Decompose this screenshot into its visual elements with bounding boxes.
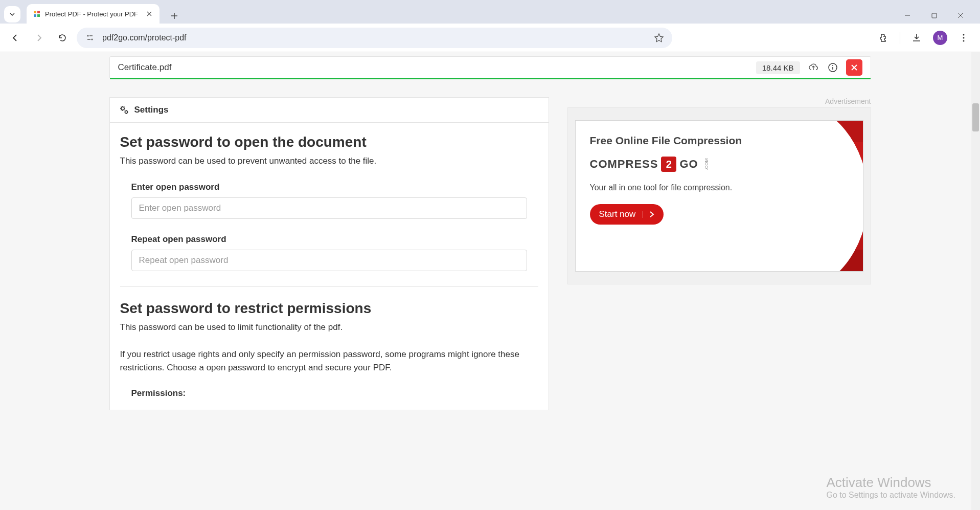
url-text: pdf2go.com/protect-pdf — [102, 33, 647, 42]
svg-point-6 — [87, 35, 89, 36]
save-to-cloud-button[interactable] — [807, 61, 819, 74]
download-icon — [911, 33, 922, 43]
info-icon — [828, 62, 838, 73]
svg-rect-5 — [932, 13, 937, 18]
profile-avatar[interactable]: M — [933, 31, 947, 45]
forward-button[interactable] — [30, 29, 48, 47]
uploaded-file-bar: Certificate.pdf 18.44 KB — [109, 56, 871, 79]
arrow-left-icon — [11, 33, 20, 42]
advertisement-banner[interactable]: Free Online File Compression COMPRESS 2 … — [575, 120, 863, 272]
url-bar[interactable]: pdf2go.com/protect-pdf — [77, 28, 672, 48]
watermark-title: Activate Windows — [826, 475, 955, 491]
site-settings-icon[interactable] — [85, 33, 95, 43]
ad-logo-part1: COMPRESS — [590, 158, 658, 171]
browser-chrome: Protect PDF - Protect your PDF pdf2go.co… — [0, 0, 980, 52]
maximize-button[interactable] — [923, 7, 945, 24]
ad-subtitle: Your all in one tool for file compressio… — [590, 182, 849, 193]
star-icon — [654, 33, 664, 43]
open-password-desc: This password can be used to prevent unw… — [120, 154, 538, 168]
delete-file-button[interactable] — [846, 59, 862, 76]
bookmark-button[interactable] — [654, 33, 664, 43]
tab-title: Protect PDF - Protect your PDF — [45, 10, 141, 18]
cloud-upload-icon — [808, 62, 818, 73]
plus-icon — [171, 12, 178, 19]
reload-button[interactable] — [53, 29, 72, 47]
section-divider — [120, 286, 538, 287]
ad-logo-part2: GO — [679, 158, 698, 171]
ad-logo-com: .COM — [703, 159, 709, 171]
tab-list-dropdown[interactable] — [4, 6, 20, 23]
maximize-icon — [931, 13, 937, 18]
extensions-button[interactable] — [877, 32, 890, 44]
tab-bar: Protect PDF - Protect your PDF — [0, 0, 980, 24]
address-bar: pdf2go.com/protect-pdf M — [0, 24, 980, 52]
back-button[interactable] — [6, 29, 25, 47]
svg-rect-2 — [37, 11, 40, 13]
page-content: Certificate.pdf 18.44 KB Settings Set pa… — [0, 52, 980, 510]
file-size-badge: 18.44 KB — [756, 61, 800, 74]
downloads-button[interactable] — [910, 32, 923, 44]
minimize-icon — [904, 12, 910, 18]
upload-progress-bar — [110, 78, 871, 79]
chevron-down-icon — [9, 11, 15, 17]
restrict-permissions-desc1: This password can be used to limit funct… — [120, 321, 538, 334]
puzzle-icon — [878, 33, 888, 43]
tab-favicon-icon — [33, 10, 41, 18]
repeat-password-input[interactable] — [131, 250, 527, 271]
watermark-subtitle: Go to Settings to activate Windows. — [826, 491, 955, 500]
svg-point-9 — [963, 37, 965, 38]
advertisement-container: Free Online File Compression COMPRESS 2 … — [567, 107, 871, 284]
svg-rect-4 — [37, 14, 40, 17]
arrow-right-icon — [34, 33, 43, 42]
scrollbar-thumb[interactable] — [972, 103, 979, 131]
permissions-label: Permissions: — [120, 388, 538, 398]
chevron-right-icon — [643, 211, 654, 218]
ad-cta-label: Start now — [599, 209, 636, 219]
avatar-letter: M — [938, 34, 943, 41]
enter-password-input[interactable] — [131, 197, 527, 219]
windows-activation-watermark: Activate Windows Go to Settings to activ… — [826, 475, 955, 500]
ad-cta-button[interactable]: Start now — [590, 204, 664, 225]
restrict-permissions-desc2: If you restrict usage rights and only sp… — [120, 348, 538, 374]
new-tab-button[interactable] — [167, 8, 182, 24]
settings-header: Settings — [110, 98, 549, 123]
file-name: Certificate.pdf — [118, 62, 749, 73]
minimize-button[interactable] — [896, 7, 919, 24]
svg-point-10 — [963, 40, 965, 41]
close-window-button[interactable] — [949, 7, 972, 24]
svg-point-12 — [832, 65, 833, 66]
open-password-title: Set password to open the document — [120, 134, 538, 150]
gears-icon — [119, 105, 129, 115]
settings-panel: Settings Set password to open the docume… — [109, 97, 549, 410]
file-info-button[interactable] — [827, 61, 839, 74]
advertisement-label: Advertisement — [567, 97, 871, 105]
advertisement-column: Advertisement — [567, 97, 871, 410]
reload-icon — [58, 33, 67, 42]
enter-password-label: Enter open password — [131, 182, 527, 192]
menu-button[interactable] — [958, 32, 970, 44]
close-icon — [147, 11, 152, 16]
browser-tab[interactable]: Protect PDF - Protect your PDF — [27, 4, 159, 24]
ad-logo: COMPRESS 2 GO .COM — [590, 157, 849, 172]
close-icon — [958, 12, 964, 18]
svg-rect-3 — [34, 14, 36, 17]
toolbar-right: M — [877, 31, 974, 45]
svg-point-8 — [963, 34, 965, 35]
scrollbar[interactable] — [971, 52, 980, 510]
window-controls — [896, 7, 976, 24]
svg-point-14 — [125, 111, 127, 114]
settings-header-label: Settings — [134, 105, 169, 115]
toolbar-divider — [900, 32, 900, 44]
tab-close-button[interactable] — [145, 10, 153, 18]
ad-logo-badge: 2 — [661, 157, 676, 172]
restrict-permissions-title: Set password to restrict permissions — [120, 300, 538, 317]
close-icon — [851, 64, 858, 71]
ad-title: Free Online File Compression — [590, 134, 849, 147]
repeat-password-label: Repeat open password — [131, 234, 527, 245]
svg-rect-1 — [34, 11, 36, 13]
svg-point-7 — [92, 38, 93, 40]
kebab-icon — [959, 33, 968, 42]
